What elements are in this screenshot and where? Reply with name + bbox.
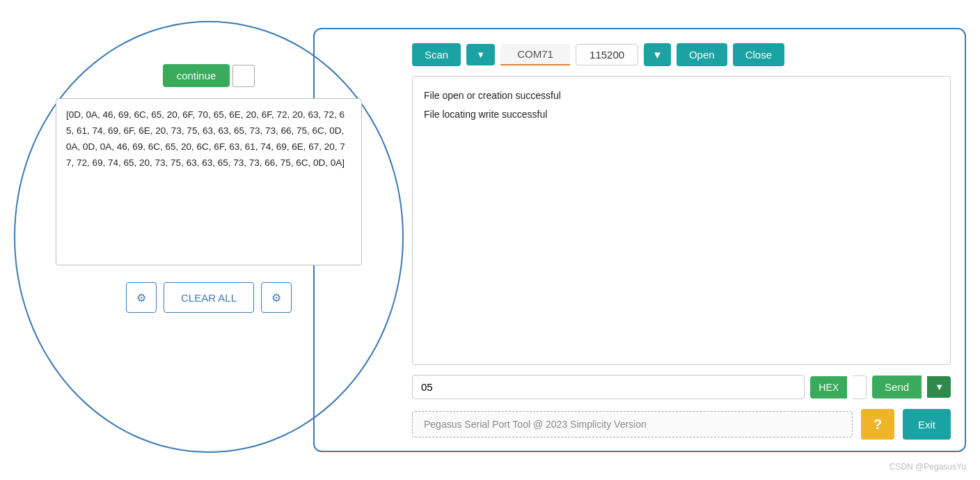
baud-dropdown-button[interactable]: ▼ <box>644 43 671 66</box>
send-button[interactable]: Send <box>872 376 922 398</box>
close-button[interactable]: Close <box>733 43 784 66</box>
scan-dropdown-arrow-icon: ▼ <box>476 49 485 60</box>
port-input[interactable] <box>500 44 570 65</box>
exit-button[interactable]: Exit <box>903 409 951 440</box>
send-input[interactable] <box>412 375 805 399</box>
scan-button[interactable]: Scan <box>412 43 461 66</box>
left-icon-button[interactable]: ⚙ <box>126 282 157 313</box>
circle-panel: continue [0D, 0A, 46, 69, 6C, 65, 20, 6F… <box>14 21 404 453</box>
continue-checkbox[interactable] <box>232 65 255 87</box>
right-panel: Scan ▼ ▼ Open Close File open or creatio… <box>313 28 966 452</box>
log-area: File open or creation successful File lo… <box>412 76 951 365</box>
log-line-2: File locating write successful <box>424 105 939 124</box>
hex-button[interactable]: HEX <box>810 376 847 398</box>
fan-right-icon: ⚙ <box>271 291 281 304</box>
send-dropdown-arrow-icon: ▼ <box>935 382 944 392</box>
log-line-1: File open or creation successful <box>424 86 939 105</box>
send-dropdown-button[interactable]: ▼ <box>927 376 951 398</box>
help-icon: ? <box>874 417 882 433</box>
right-icon-button[interactable]: ⚙ <box>261 282 292 313</box>
watermark: CSDN @PegasusYu <box>890 462 966 472</box>
send-row: HEX Send ▼ <box>412 375 951 399</box>
clear-all-button[interactable]: CLEAR ALL <box>164 282 254 313</box>
baud-input[interactable] <box>576 44 638 65</box>
hex-checkbox[interactable] <box>853 376 867 399</box>
fan-left-icon: ⚙ <box>136 291 146 304</box>
scan-dropdown-button[interactable]: ▼ <box>466 44 495 65</box>
main-container: continue [0D, 0A, 46, 69, 6C, 65, 20, 6F… <box>0 0 980 480</box>
hex-display: [0D, 0A, 46, 69, 6C, 65, 20, 6F, 70, 65,… <box>56 98 362 265</box>
footer-row: Pegasus Serial Port Tool @ 2023 Simplici… <box>412 409 951 440</box>
help-button[interactable]: ? <box>861 409 894 440</box>
app-title: Pegasus Serial Port Tool @ 2023 Simplici… <box>412 411 853 438</box>
baud-dropdown-arrow-icon: ▼ <box>652 49 663 61</box>
continue-bar: continue <box>163 64 255 87</box>
toolbar: Scan ▼ ▼ Open Close <box>412 43 951 66</box>
open-button[interactable]: Open <box>677 43 727 66</box>
continue-button[interactable]: continue <box>163 64 230 87</box>
clear-all-bar: ⚙ CLEAR ALL ⚙ <box>126 282 292 313</box>
